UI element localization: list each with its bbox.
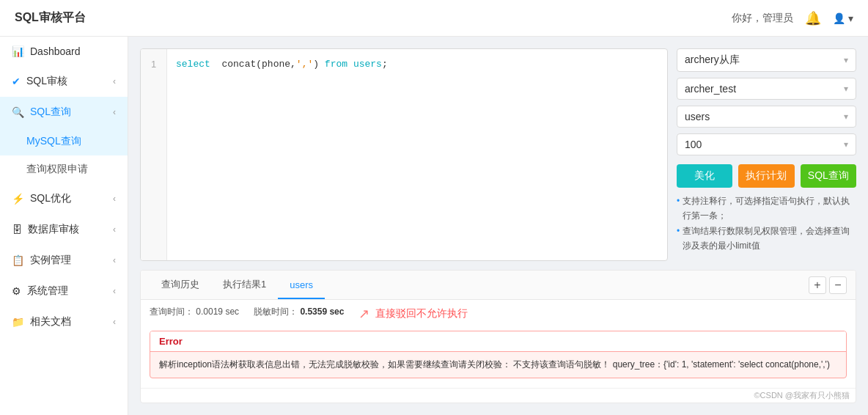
arrow-icon: ↗ [358, 306, 369, 322]
sql-optimize-icon: ⚡ [12, 193, 24, 205]
chevron-icon: ‹ [113, 76, 116, 87]
footer-credit: ©CSDN @我家有只小熊猫 [141, 388, 856, 403]
user-dropdown-arrow: ▾ [848, 12, 853, 24]
mysql-query-label: MySQL查询 [26, 135, 81, 148]
tab-history-label: 查询历史 [161, 279, 199, 290]
line-numbers: 1 [141, 49, 167, 260]
bottom-section: 查询历史 执行结果1 users + − 查询时间： 0. [140, 270, 856, 403]
sidebar-item-dashboard[interactable]: 📊 Dashboard [0, 37, 128, 66]
sidebar: 📊 Dashboard ✔ SQL审核 ‹ 🔍 SQL查询 ‹ MySQL查询 … [0, 37, 128, 415]
table-select-label: users [685, 111, 710, 122]
sidebar-item-sql-optimize[interactable]: ⚡ SQL优化 ‹ [0, 183, 128, 214]
query-time-label: 查询时间： 0.0019 sec [150, 306, 239, 325]
db-select[interactable]: archery从库 ▾ [677, 48, 856, 72]
tab-result1-label: 执行结果1 [223, 279, 266, 290]
greeting-text: 你好，管理员 [732, 12, 793, 25]
instance-mgmt-icon: 📋 [12, 254, 24, 266]
chevron-icon: ‹ [113, 286, 116, 296]
code-area[interactable]: select concat(phone,',') from users; [167, 49, 667, 260]
sidebar-item-db-audit[interactable]: 🗄 数据库审核 ‹ [0, 214, 128, 245]
tab-users-label: users [290, 279, 313, 290]
sidebar-item-instance-mgmt[interactable]: 📋 实例管理 ‹ [0, 245, 128, 276]
sidebar-item-label: 数据库审核 [28, 223, 79, 236]
main-content: 1 select concat(phone,',') from users; a… [128, 37, 868, 415]
tab-actions: + − [809, 276, 847, 294]
result-meta: 查询时间： 0.0019 sec 脱敏时间： 0.5359 sec ↗ 直接驳回… [150, 306, 847, 325]
query-auth-label: 查询权限申请 [26, 163, 88, 176]
sidebar-item-sql-audit[interactable]: ✔ SQL审核 ‹ [0, 66, 128, 97]
tab-result1[interactable]: 执行结果1 [211, 271, 278, 300]
sidebar-item-label: SQL优化 [30, 192, 71, 205]
sidebar-item-label: Dashboard [30, 45, 81, 57]
sidebar-item-docs[interactable]: 📁 相关文档 ‹ [0, 306, 128, 337]
db-select-label: archery从库 [685, 54, 740, 67]
add-tab-button[interactable]: + [809, 276, 826, 294]
sidebar-item-label: SQL查询 [30, 106, 71, 119]
chevron-icon: ‹ [113, 194, 116, 204]
limit-select-arrow: ▾ [844, 139, 848, 150]
layout: 📊 Dashboard ✔ SQL审核 ‹ 🔍 SQL查询 ‹ MySQL查询 … [0, 37, 868, 415]
table-select-arrow: ▾ [844, 111, 848, 122]
result-content: 查询时间： 0.0019 sec 脱敏时间： 0.5359 sec ↗ 直接驳回… [141, 300, 856, 388]
schema-select[interactable]: archer_test ▾ [677, 78, 856, 100]
hint-text-1: 支持注释行，可选择指定语句执行，默认执行第一条； [683, 194, 856, 224]
error-body: 解析inception语法树获取表信息出错，无法完成脱敏校验，如果需要继续查询请… [150, 352, 846, 378]
sensitive-time: 脱敏时间： 0.5359 sec [254, 306, 344, 325]
db-audit-icon: 🗄 [12, 224, 22, 235]
remove-tab-button[interactable]: − [829, 276, 847, 294]
tab-history[interactable]: 查询历史 [150, 271, 211, 300]
sidebar-item-sql-query[interactable]: 🔍 SQL查询 ‹ [0, 97, 128, 128]
schema-select-arrow: ▾ [844, 84, 848, 94]
hint-box: •支持注释行，可选择指定语句执行，默认执行第一条； •查询结果行数限制见权限管理… [677, 194, 856, 254]
query-button[interactable]: SQL查询 [801, 164, 856, 188]
plan-button[interactable]: 执行计划 [738, 164, 794, 188]
chevron-icon: ‹ [113, 224, 116, 235]
bell-icon[interactable]: 🔔 [805, 10, 821, 26]
editor-row: 1 select concat(phone,',') from users; a… [140, 48, 856, 261]
db-select-arrow: ▾ [844, 55, 848, 65]
chevron-icon: ‹ [113, 107, 116, 117]
sidebar-item-label: 实例管理 [30, 254, 71, 267]
sidebar-item-sys-mgmt[interactable]: ⚙ 系统管理 ‹ [0, 276, 128, 306]
limit-select[interactable]: 100 ▾ [677, 133, 856, 155]
sql-query-icon: 🔍 [12, 106, 24, 118]
docs-icon: 📁 [12, 316, 24, 328]
code-editor[interactable]: 1 select concat(phone,',') from users; [140, 48, 668, 261]
sidebar-item-mysql-query[interactable]: MySQL查询 [0, 128, 128, 155]
tab-users[interactable]: users [278, 272, 325, 299]
hint-bullet-1: • [677, 194, 680, 224]
topnav: SQL审核平台 你好，管理员 🔔 👤 ▾ [0, 0, 868, 37]
sys-mgmt-icon: ⚙ [12, 285, 21, 297]
sql-audit-icon: ✔ [12, 76, 21, 87]
error-annotation: ↗ 直接驳回不允许执行 [358, 306, 468, 322]
hint-text-2: 查询结果行数限制见权限管理，会选择查询涉及表的最小limit值 [683, 224, 856, 254]
sidebar-item-label: SQL审核 [26, 75, 67, 88]
schema-select-label: archer_test [685, 83, 736, 95]
annotation-text: 直接驳回不允许执行 [375, 307, 468, 320]
chevron-icon: ‹ [113, 317, 116, 327]
table-select[interactable]: users ▾ [677, 106, 856, 128]
line-number-1: 1 [141, 56, 166, 73]
error-box: Error 解析inception语法树获取表信息出错，无法完成脱敏校验，如果需… [150, 331, 847, 378]
sidebar-item-query-auth[interactable]: 查询权限申请 [0, 155, 128, 183]
topnav-right: 你好，管理员 🔔 👤 ▾ [732, 10, 853, 26]
hint-bullet-2: • [677, 224, 680, 254]
tabs-header: 查询历史 执行结果1 users + − [141, 271, 856, 300]
right-panel: archery从库 ▾ archer_test ▾ users ▾ 100 ▾ … [677, 48, 856, 261]
sidebar-item-label: 系统管理 [27, 284, 68, 298]
chevron-icon: ‹ [113, 255, 116, 265]
user-menu[interactable]: 👤 ▾ [833, 12, 853, 24]
user-icon: 👤 [833, 12, 845, 24]
app-title: SQL审核平台 [15, 10, 86, 26]
beautify-button[interactable]: 美化 [677, 164, 732, 188]
limit-select-label: 100 [685, 139, 702, 150]
sidebar-item-label: 相关文档 [30, 315, 71, 328]
error-header: Error [150, 331, 846, 352]
action-buttons: 美化 执行计划 SQL查询 [677, 164, 856, 188]
dashboard-icon: 📊 [12, 45, 24, 57]
